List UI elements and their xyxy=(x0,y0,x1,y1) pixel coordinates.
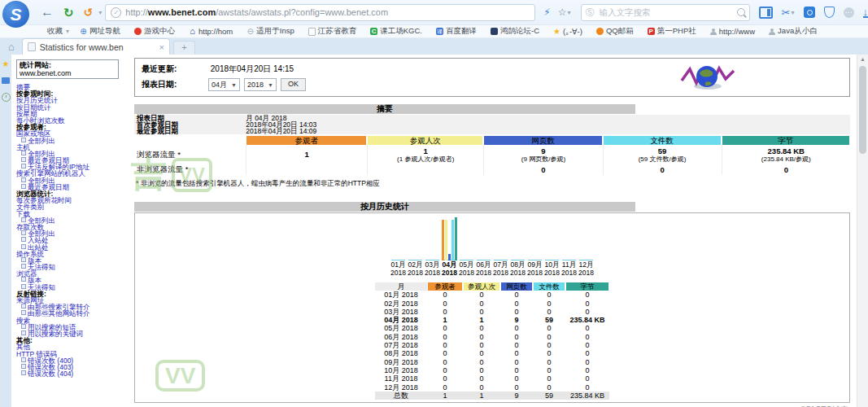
monthly-section-title: 按月历史统计 xyxy=(134,202,635,212)
table-row: 01月 2018 0 0 0 0 0 xyxy=(375,291,609,299)
year-select[interactable]: 2018▼ xyxy=(244,78,277,91)
metric-cell: 1 (1 参观人次/参观者) xyxy=(367,145,483,164)
table-row: 报表日期 月 04月 2018 xyxy=(134,115,850,121)
ok-button[interactable]: OK xyxy=(281,78,306,91)
bookmark-item[interactable]: P 第一PHP社 xyxy=(648,26,700,37)
search-engine-icon[interactable]: Ⓢ xyxy=(586,7,595,19)
undo-closed-tab-button[interactable]: ↺ xyxy=(84,7,94,18)
bookmark-item[interactable]: C 课工场KGC. xyxy=(370,26,425,37)
security-shield-icon[interactable] xyxy=(824,7,835,18)
history-clock-icon[interactable] xyxy=(2,93,11,102)
undo-dropdown-icon[interactable]: ▾ xyxy=(98,9,102,16)
table-row: 10月 2018 0 0 0 0 0 xyxy=(375,366,609,374)
bookmark-page-icon[interactable]: ☆ xyxy=(558,7,567,18)
bookmark-item[interactable]: ⊕ 网址导航 xyxy=(80,26,124,37)
bookmark-item[interactable]: 收藏 ▾ xyxy=(37,26,69,37)
bookmark-item[interactable]: QQ邮箱 xyxy=(596,26,637,37)
bullet-icon xyxy=(21,237,26,242)
bookmark-item[interactable]: 游戏中心 xyxy=(134,26,178,37)
bookmark-item[interactable]: 江苏省教育 xyxy=(308,26,360,37)
zero-baseline xyxy=(511,260,525,260)
bookmark-favicon-icon: P xyxy=(648,28,655,35)
bullet-icon xyxy=(21,151,26,155)
search-input[interactable] xyxy=(598,7,737,18)
bookmark-label: 适用于Insp xyxy=(256,26,294,37)
zero-baseline xyxy=(460,260,473,260)
search-icon[interactable] xyxy=(737,8,745,16)
site-box: 统计网站: www.benet.com xyxy=(16,59,119,79)
scrollbar-thumb[interactable] xyxy=(859,66,866,154)
bookmark-label: 网址导航 xyxy=(89,26,120,37)
browser-window: S ← ↻ ↺ ▾ ✓ http://www.benet.com/awstats… xyxy=(0,0,868,407)
report-date-label: 报表日期: xyxy=(142,79,208,90)
chart-month: 06月 2018 xyxy=(475,217,492,277)
bookmark-label: 课工场KGC. xyxy=(380,26,422,37)
bookmark-item[interactable]: 鸿鹄论坛-C xyxy=(491,26,543,37)
chart-month: 02月 2018 xyxy=(407,217,424,277)
bookmark-item[interactable]: 译 百度翻译 xyxy=(436,26,480,37)
tab-statistics[interactable]: Statistics for www.ben × xyxy=(22,38,170,55)
metric-cell: 0 xyxy=(722,164,850,175)
refresh-button[interactable]: ↻ xyxy=(63,7,74,19)
zero-baseline xyxy=(425,260,439,260)
bookmark-dropdown-icon[interactable]: ▾ xyxy=(567,9,570,16)
bookmark-label: 百度翻译 xyxy=(446,26,477,37)
report-header-box: 最近更新: 2018年04月20日 14:15 报表日期: 04月▼ 2018▼… xyxy=(134,58,850,97)
screen-strip-icon[interactable] xyxy=(2,77,10,84)
sidebar-menu-item[interactable]: 由那些其他网站转介 xyxy=(16,310,131,317)
bullet-icon xyxy=(21,244,26,249)
metric-header: 文件数 xyxy=(604,136,721,145)
bookmark-item[interactable]: http://www xyxy=(710,27,758,36)
scroll-up-icon[interactable]: ▲ xyxy=(857,55,868,64)
sidebar-panel-icon[interactable] xyxy=(759,7,773,19)
bullet-icon xyxy=(21,364,26,369)
bookmark-item[interactable]: Java从小白 xyxy=(769,26,821,37)
table-row: 08月 2018 0 0 0 0 0 xyxy=(375,349,609,357)
bookmark-favicon-icon: ★ xyxy=(553,28,560,35)
bookmark-favicon-icon xyxy=(37,28,45,35)
url-host: www.benet.com xyxy=(148,7,216,17)
address-bar[interactable]: ✓ http://www.benet.com/awstats/awstats.p… xyxy=(105,4,535,21)
bookmark-label: http://www xyxy=(719,27,755,36)
chart-month: 03月 2018 xyxy=(424,217,441,277)
vertical-scrollbar[interactable]: ▲ xyxy=(857,55,868,407)
monthly-table-body: 01月 2018 0 0 0 0 0 02月 2018 0 xyxy=(375,291,609,392)
chart-month: 01月 2018 xyxy=(390,217,407,277)
bullet-icon xyxy=(21,138,26,142)
accelerator-icon[interactable]: ⚡ xyxy=(543,7,550,18)
zero-baseline xyxy=(477,260,491,260)
bookmark-favicon-icon: ⊖ xyxy=(246,28,254,35)
table-row: 首次参观日期 2018年04月20日 14:03 xyxy=(134,121,850,128)
chart-month: 07月 2018 xyxy=(492,217,509,277)
back-button[interactable]: ← xyxy=(41,6,54,19)
download-icon[interactable]: ↓ xyxy=(863,7,868,18)
chevron-down-icon: ▼ xyxy=(268,80,273,90)
last-update-label: 最近更新: xyxy=(142,63,208,75)
monthly-total-row: 总数 1 1 9 59 235.84 KB xyxy=(375,392,609,400)
bullet-icon xyxy=(21,264,26,269)
month-select[interactable]: 04月▼ xyxy=(208,78,240,91)
browser-side-strip: ★ xyxy=(0,55,11,407)
browser-app-icon[interactable] xyxy=(804,7,815,18)
sidebar-menu-item[interactable]: 全部列出 xyxy=(16,138,131,144)
monthly-table: 月 参观者 参观人次 网页数 文件数 字节 xyxy=(375,282,609,400)
search-box[interactable]: Ⓢ xyxy=(581,4,750,21)
favorites-strip-icon[interactable]: ★ xyxy=(2,60,10,68)
bullet-icon xyxy=(21,217,26,222)
bookmark-item[interactable]: ★ (｡-∀-) xyxy=(553,27,586,36)
monthly-bar-chart: 01月 2018 02月 2018 03月 2018 xyxy=(135,217,849,277)
bookmark-item[interactable]: ⊖ 适用于Insp xyxy=(246,26,297,37)
sidebar-menu-item[interactable]: 文件类别 xyxy=(16,204,131,210)
table-row: 03月 2018 0 0 0 0 0 xyxy=(375,308,609,316)
site-security-icon[interactable]: ✓ xyxy=(111,7,121,18)
tab-close-icon[interactable]: × xyxy=(159,42,164,52)
new-tab-button[interactable]: + xyxy=(173,41,195,55)
sogou-logo-icon[interactable]: S xyxy=(2,1,29,28)
more-tools-icon[interactable]: ⋯ xyxy=(844,7,854,18)
sidebar-menu-item[interactable]: 用以搜索的关键词 xyxy=(16,330,131,337)
bookmark-item[interactable]: ⌂ http://hom xyxy=(189,27,236,36)
screenshot-scissors-icon[interactable]: ✂ xyxy=(782,7,791,19)
screenshot-dropdown-icon[interactable]: ▾ xyxy=(791,9,794,16)
home-icon[interactable]: ⌂ xyxy=(8,41,15,53)
sidebar-menu-item[interactable]: 错误次数 (404) xyxy=(16,370,131,377)
